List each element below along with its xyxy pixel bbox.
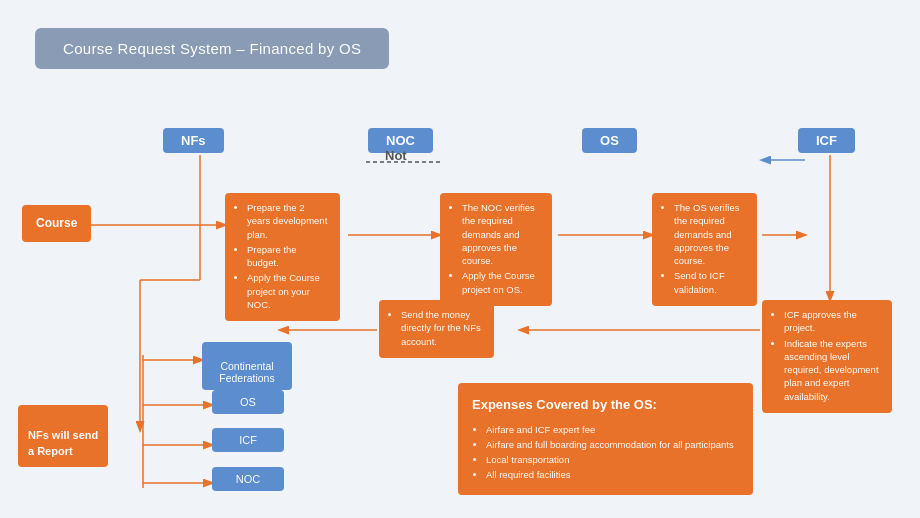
nfs-action-item-2: Prepare the budget. bbox=[247, 243, 330, 270]
col-header-nfs: NFs bbox=[163, 128, 224, 153]
noc-send-list: Send the money directly for the NFs acco… bbox=[389, 308, 484, 348]
icf-action-item-2: Indicate the experts ascending level req… bbox=[784, 337, 882, 403]
nfs-action-item-1: Prepare the 2 years development plan. bbox=[247, 201, 330, 241]
expenses-title: Expenses Covered by the OS: bbox=[472, 395, 739, 416]
nfs-action-box: Prepare the 2 years development plan. Pr… bbox=[225, 193, 340, 321]
sub-box-icf: ICF bbox=[212, 428, 284, 452]
nfs-action-item-3: Apply the Course project on your NOC. bbox=[247, 271, 330, 311]
title-text: Course Request System – Financed by OS bbox=[63, 40, 361, 57]
noc-send-item-1: Send the money directly for the NFs acco… bbox=[401, 308, 484, 348]
noc-action-box: The NOC verifies the required demands an… bbox=[440, 193, 552, 306]
expenses-item-1: Airfare and ICF expert fee bbox=[486, 422, 739, 437]
nfs-action-list: Prepare the 2 years development plan. Pr… bbox=[235, 201, 330, 311]
os-action-item-2: Send to ICF validation. bbox=[674, 269, 747, 296]
expenses-item-4: All required facilities bbox=[486, 467, 739, 482]
noc-action-list: The NOC verifies the required demands an… bbox=[450, 201, 542, 296]
sub-box-noc: NOC bbox=[212, 467, 284, 491]
icf-action-item-1: ICF approves the project. bbox=[784, 308, 882, 335]
icf-action-box: ICF approves the project. Indicate the e… bbox=[762, 300, 892, 413]
expenses-list: Airfare and ICF expert fee Airfare and f… bbox=[472, 422, 739, 483]
noc-action-item-2: Apply the Course project on OS. bbox=[462, 269, 542, 296]
os-action-box: The OS verifies the required demands and… bbox=[652, 193, 757, 306]
os-action-list: The OS verifies the required demands and… bbox=[662, 201, 747, 296]
noc-action-item-1: The NOC verifies the required demands an… bbox=[462, 201, 542, 267]
col-header-icf: ICF bbox=[798, 128, 855, 153]
nfs-report-box: NFs will send a Report bbox=[18, 405, 108, 467]
sub-box-continental: Continental Federations bbox=[202, 342, 292, 390]
os-action-item-1: The OS verifies the required demands and… bbox=[674, 201, 747, 267]
col-header-os: OS bbox=[582, 128, 637, 153]
sub-box-os: OS bbox=[212, 390, 284, 414]
course-box: Course bbox=[22, 205, 91, 242]
expenses-item-3: Local transportation bbox=[486, 452, 739, 467]
not-label: Not bbox=[385, 148, 407, 163]
icf-action-list: ICF approves the project. Indicate the e… bbox=[772, 308, 882, 403]
expenses-box: Expenses Covered by the OS: Airfare and … bbox=[458, 383, 753, 495]
noc-send-box: Send the money directly for the NFs acco… bbox=[379, 300, 494, 358]
expenses-item-2: Airfare and full boarding accommodation … bbox=[486, 437, 739, 452]
title-box: Course Request System – Financed by OS bbox=[35, 28, 389, 69]
